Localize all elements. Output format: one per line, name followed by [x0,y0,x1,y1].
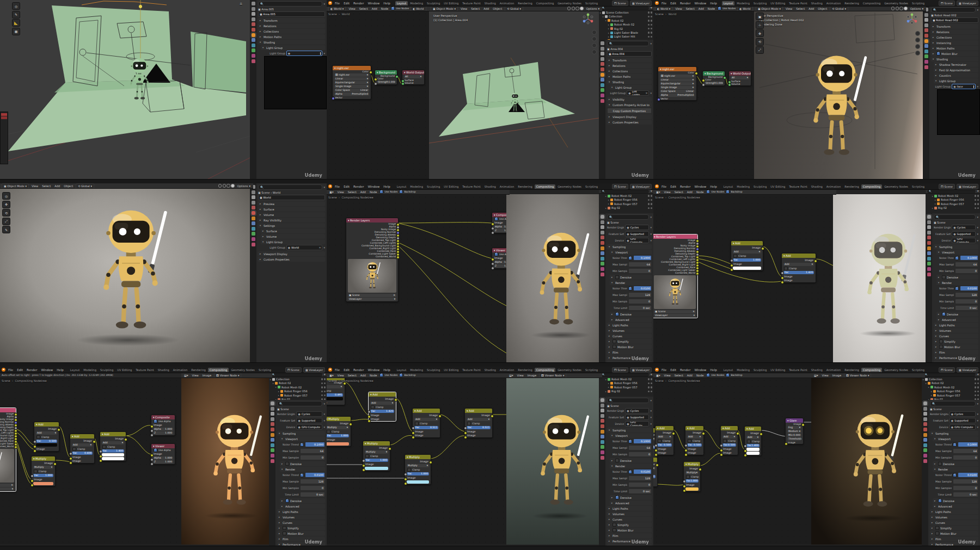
node-socket[interactable] [464,431,467,435]
field-menu-icon[interactable]: ▾ [977,232,978,236]
tab-texture-paint[interactable]: Texture Paint [134,368,155,372]
select-box-tool-icon[interactable]: ▣ [756,13,764,20]
number-field[interactable]: 128 [955,292,978,298]
properties-tab-icon[interactable] [601,251,604,255]
node-socket[interactable] [654,453,658,456]
compositor-menu-select[interactable]: Select [673,190,684,194]
node-mix-add[interactable]: ▾ AddImageAdd▾ClampFac0.500ImageImage [685,425,704,455]
menu-file[interactable]: File [7,368,14,372]
number-field[interactable]: 0 sec [953,492,978,497]
node-socket[interactable] [781,281,784,284]
section-header-curves[interactable]: ▸Curves [607,333,652,338]
tab-rendering[interactable]: Rendering [516,1,534,5]
field-menu-icon[interactable]: ▾ [977,425,978,429]
properties-tab-icon[interactable] [271,454,274,458]
properties-tab-icon[interactable] [601,83,604,87]
node-background[interactable]: ▾ BackgroundBackgroundColorStrength1.000 [375,70,397,85]
node-socket[interactable] [30,484,34,487]
node-header[interactable]: ▾ Background [703,71,725,76]
node-mix-add[interactable]: ▾ AddImageAdd▾ClampFac1.000Image [731,240,763,271]
blender-logo-icon[interactable] [655,368,659,372]
properties-tab-icon[interactable] [927,215,931,219]
tab-sculpting[interactable]: Sculpting [752,184,768,189]
node-socket[interactable] [654,449,658,452]
node-socket[interactable] [404,473,407,476]
tab-shading[interactable]: Shading [810,1,824,5]
render-camera-icon[interactable] [651,32,652,33]
properties-tab-icon[interactable] [271,438,274,442]
tab-geometry-nodes[interactable]: Geometry Nodes [883,184,910,189]
tab-compositing[interactable]: Compositing [535,368,556,372]
light-group-field[interactable]: ●GPU Compute [950,424,976,430]
printer-icon[interactable]: 🖶 [240,2,242,6]
node-header[interactable]: ▾ World Output [402,70,424,75]
properties-tab-icon[interactable] [252,227,255,231]
clamp-checkbox[interactable]: Clamp [745,440,761,443]
node-mix-add[interactable]: ▾ AddImageAdd▾ClampFac0.511ImageImage [464,408,493,438]
section-checkbox[interactable] [612,523,616,527]
section-checkbox[interactable] [612,345,616,349]
number-field[interactable]: 0 [300,485,325,491]
node-header[interactable]: ▾ Composite [492,213,506,217]
viewport-menu-view[interactable]: View [30,184,39,188]
section-header-simplify[interactable]: ▸Simplify [930,526,978,530]
section-checkbox[interactable] [939,339,943,343]
properties-tab-icon[interactable] [252,2,255,5]
node-socket[interactable] [491,227,494,230]
tab-uv-editing[interactable]: UV Editing [442,184,460,189]
visibility-eye-icon[interactable] [648,203,650,205]
strength-field[interactable]: Strength1.000 [705,82,723,85]
blend-mode-dropdown[interactable]: Multiply▾ [407,464,429,467]
blend-mode-dropdown[interactable]: Add▾ [72,443,93,447]
blender-logo-icon[interactable] [328,368,332,372]
properties-tab-icon[interactable] [601,220,604,224]
properties-tab-icon[interactable] [601,414,604,418]
number-field[interactable]: 0 [628,482,652,487]
node-header[interactable]: ▾ Render Layers [0,408,16,412]
number-field[interactable]: 0 sec [300,492,325,497]
section-checkbox[interactable] [938,499,942,503]
viewlayer-selector[interactable]: ▦ ViewLayer [630,184,652,189]
scene-selector[interactable]: 🗔 Scene [939,367,955,373]
visibility-eye-icon[interactable] [648,382,650,384]
visibility-eye-icon[interactable] [648,378,650,380]
render-camera-icon[interactable] [977,386,979,388]
outliner-row[interactable]: ▸Robot Mesh 02 [926,194,980,197]
section-header-simplify[interactable]: ▸Simplify [607,522,652,527]
output-target-dropdown[interactable]: All▾ [731,76,749,79]
render-camera-icon[interactable] [651,36,652,38]
tab-modeling[interactable]: Modeling [408,184,425,189]
clamp-checkbox[interactable]: Clamp [327,389,345,393]
section-header-sampling[interactable]: ▾Sampling [930,431,978,436]
properties-filter-icon[interactable]: ▾ [323,402,325,405]
number-field[interactable]: 0 sec [955,305,978,311]
section-header-denoise[interactable]: ▸Denoise [936,275,978,280]
section-checkbox[interactable] [615,312,619,316]
tab-animation[interactable]: Animation [171,368,189,372]
outliner-row[interactable]: ▸Robot 02 [269,381,327,385]
viewport-icon[interactable] [915,31,920,36]
use-nodes-checkbox[interactable]: Use Nodes [706,190,724,194]
image-color-field[interactable] [327,397,343,400]
node-socket[interactable] [491,223,494,226]
node-socket[interactable] [672,432,675,435]
shader-type-selector[interactable]: ◐ World ▾ [655,6,672,11]
fac-slider[interactable]: Fac0.511 [467,426,491,429]
tab-compositing[interactable]: Compositing [208,368,229,372]
render-camera-icon[interactable] [651,24,652,26]
node-socket[interactable] [491,262,494,265]
section-header-motion-blur[interactable]: ▸Motion Blur [930,531,978,536]
properties-tab-icon[interactable] [252,217,255,220]
node-socket[interactable] [781,276,784,280]
section-header-viewport[interactable]: ▾Viewport [280,436,325,441]
properties-tab-icon[interactable] [927,273,931,276]
node-mix-add[interactable]: ▾ AddImageAdd▾ClampFac1.400 [744,426,762,456]
node-socket[interactable] [396,256,400,259]
use-alpha-checkbox[interactable]: Use Alpha [492,217,506,221]
section-header-advanced[interactable]: ▸Advanced [610,500,652,505]
fac-slider[interactable]: Fac0.500 [657,443,672,447]
outliner-row[interactable]: ▸Robot Mesh 02 [599,194,653,197]
fac-slider[interactable]: Fac0.608 [72,452,93,455]
outliner-row[interactable]: ▸Robot Finger 056 [599,381,653,385]
outliner-filter-icon[interactable]: ▼ [324,373,326,376]
